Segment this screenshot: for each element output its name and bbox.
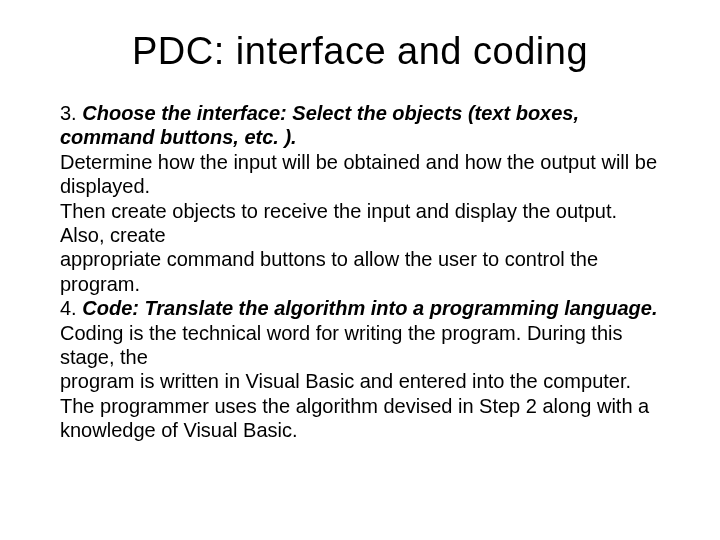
slide-title: PDC: interface and coding xyxy=(60,30,660,73)
step-3-heading: 3. Choose the interface: Select the obje… xyxy=(60,101,660,150)
step-4-text-1: Coding is the technical word for writing… xyxy=(60,321,660,370)
slide-body: 3. Choose the interface: Select the obje… xyxy=(60,101,660,442)
step-3-text-2: Then create objects to receive the input… xyxy=(60,199,660,248)
step-4-text-2: program is written in Visual Basic and e… xyxy=(60,369,660,442)
step-4-heading: 4. Code: Translate the algorithm into a … xyxy=(60,296,660,320)
step-4-number: 4. xyxy=(60,297,82,319)
step-3-number: 3. xyxy=(60,102,82,124)
step-4-title: Code: Translate the algorithm into a pro… xyxy=(82,297,657,319)
step-3-title: Choose the interface: Select the objects… xyxy=(60,102,579,148)
step-3-text-1: Determine how the input will be obtained… xyxy=(60,150,660,199)
step-3-text-3: appropriate command buttons to allow the… xyxy=(60,247,660,296)
